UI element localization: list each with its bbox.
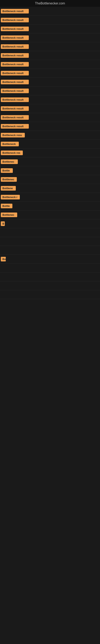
result-row: Bottleneck r bbox=[0, 193, 100, 202]
result-row: Bottleneck result bbox=[0, 34, 100, 42]
result-row: Bottleneck result bbox=[0, 78, 100, 86]
result-row bbox=[0, 281, 100, 290]
result-badge[interactable]: Bottleneck result bbox=[1, 98, 29, 102]
result-row: Bottlenec bbox=[0, 210, 100, 219]
result-row: Bottleneck result bbox=[0, 24, 100, 34]
result-badge[interactable]: Bottleneck result bbox=[1, 26, 29, 31]
result-row bbox=[0, 246, 100, 255]
result-row: Bottleneck result bbox=[0, 96, 100, 104]
result-row: Bottleneck result bbox=[0, 42, 100, 51]
result-badge[interactable]: Bottlenec bbox=[1, 160, 18, 164]
result-row: B bbox=[0, 219, 100, 228]
result-row: Bottleneck resu bbox=[0, 131, 100, 140]
result-badge[interactable]: Bottleneck result bbox=[1, 62, 29, 66]
result-badge[interactable]: Bottlenec bbox=[1, 212, 17, 217]
result-row: Bottle bbox=[0, 166, 100, 175]
result-badge[interactable]: Bottlenec bbox=[1, 177, 17, 182]
result-badge[interactable]: B bbox=[1, 222, 5, 226]
result-row: Bottleneck result bbox=[0, 16, 100, 24]
result-row: Bo bbox=[0, 255, 100, 264]
result-badge[interactable]: Bottlene bbox=[1, 186, 16, 190]
result-badge[interactable]: Bottleneck resu bbox=[1, 133, 25, 138]
rows-container: Bottleneck resultBottleneck resultBottle… bbox=[0, 7, 100, 299]
result-row: Bottleneck result bbox=[0, 122, 100, 131]
result-row: Bottleneck result bbox=[0, 113, 100, 122]
result-badge[interactable]: Bottleneck result bbox=[1, 9, 29, 14]
result-row: Bottleneck result bbox=[0, 104, 100, 113]
result-row: Bottleneck result bbox=[0, 51, 100, 60]
result-row bbox=[0, 290, 100, 299]
page-container: TheBottlenecker.com Bottleneck resultBot… bbox=[0, 0, 100, 299]
result-row bbox=[0, 264, 100, 272]
result-badge[interactable]: Bottle bbox=[1, 168, 13, 173]
result-badge[interactable]: Bottleneck bbox=[1, 142, 19, 146]
site-title: TheBottlenecker.com bbox=[0, 0, 100, 7]
result-badge[interactable]: Bo bbox=[1, 257, 6, 262]
result-row: Bottlene bbox=[0, 184, 100, 193]
result-badge[interactable]: Bottleneck result bbox=[1, 80, 29, 84]
result-badge[interactable]: Bottleneck result bbox=[1, 124, 29, 128]
result-row: Bottlenec bbox=[0, 158, 100, 166]
result-row bbox=[0, 237, 100, 246]
result-row: Bottleneck result bbox=[0, 86, 100, 96]
result-badge[interactable]: Bottleneck res bbox=[1, 150, 23, 155]
result-row: Bottleneck res bbox=[0, 148, 100, 158]
result-row: Bottleneck result bbox=[0, 60, 100, 69]
result-badge[interactable]: Bottle bbox=[1, 204, 12, 208]
result-row: Bottle bbox=[0, 202, 100, 210]
result-badge[interactable]: Bottleneck result bbox=[1, 106, 29, 111]
result-row: Bottleneck result bbox=[0, 7, 100, 16]
result-badge[interactable]: Bottleneck result bbox=[1, 44, 29, 49]
result-row: Bottleneck result bbox=[0, 69, 100, 78]
result-row bbox=[0, 272, 100, 281]
result-badge[interactable]: Bottleneck result bbox=[1, 88, 29, 93]
result-badge[interactable]: Bottleneck r bbox=[1, 195, 20, 200]
result-badge[interactable]: Bottleneck result bbox=[1, 36, 29, 40]
result-row: Bottlenec bbox=[0, 175, 100, 184]
result-row bbox=[0, 228, 100, 237]
result-badge[interactable]: Bottleneck result bbox=[1, 53, 29, 58]
result-badge[interactable]: Bottleneck result bbox=[1, 115, 29, 120]
result-row: Bottleneck bbox=[0, 140, 100, 148]
result-badge[interactable]: Bottleneck result bbox=[1, 18, 29, 22]
result-badge[interactable]: Bottleneck result bbox=[1, 71, 29, 76]
